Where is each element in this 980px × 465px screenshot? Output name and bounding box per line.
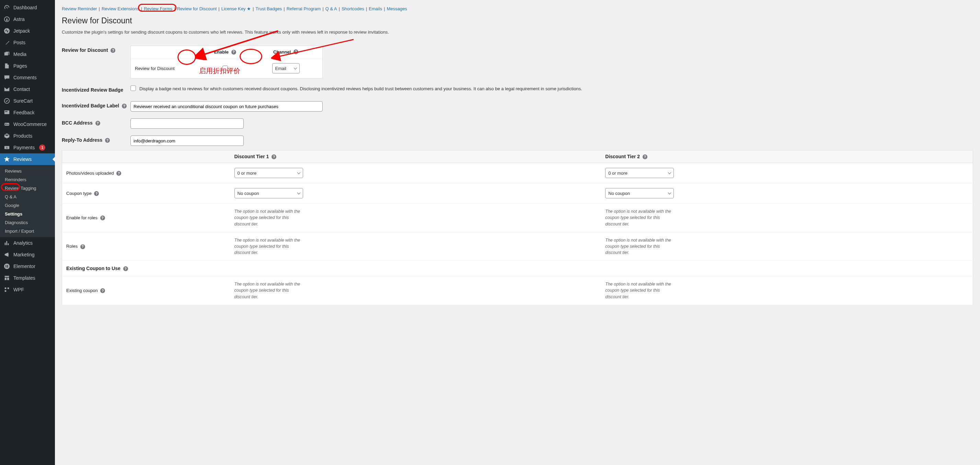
sidebar-item-label: Contact: [13, 86, 30, 92]
help-icon[interactable]: [105, 138, 110, 143]
sidebar-item-label: Marketing: [13, 252, 34, 257]
tab-license-key-[interactable]: License Key ★: [221, 6, 251, 11]
sidebar-item-analytics[interactable]: Analytics: [0, 237, 55, 249]
channel-select[interactable]: Email: [272, 63, 300, 73]
tab-separator: |: [218, 6, 220, 11]
unavailable-text: The option is not available with the cou…: [234, 208, 303, 227]
tab-review-extensions[interactable]: Review Extensions: [102, 6, 139, 11]
field-label-incentivized-badge: Incentivized Review Badge: [62, 82, 130, 98]
help-icon[interactable]: [123, 266, 128, 271]
tab-trust-badges[interactable]: Trust Badges: [256, 6, 282, 11]
box-icon: [3, 132, 10, 139]
help-icon[interactable]: [100, 216, 105, 220]
photos-videos-uploaded-select[interactable]: 0 or more: [605, 168, 674, 178]
coupon-type-select[interactable]: No coupon: [234, 188, 303, 198]
sidebar-item-elementor[interactable]: Elementor: [0, 260, 55, 272]
help-icon[interactable]: [272, 154, 276, 159]
sidebar-item-feedback[interactable]: Feedback: [0, 107, 55, 118]
help-icon[interactable]: [80, 244, 85, 249]
sidebar-item-surecart[interactable]: SureCart: [0, 95, 55, 107]
page-description: Customize the plugin's settings for send…: [62, 30, 973, 35]
sidebar-item-reviews[interactable]: Reviews: [0, 153, 55, 165]
sidebar-item-dashboard[interactable]: Dashboard: [0, 2, 55, 13]
page-title: Review for Discount: [62, 16, 973, 25]
help-icon[interactable]: [111, 48, 115, 53]
unavailable-text: The option is not available with the cou…: [605, 281, 674, 300]
submenu-item-import-export[interactable]: Import / Export: [0, 227, 55, 235]
submenu-item-q-a[interactable]: Q & A: [0, 192, 55, 201]
sidebar-item-wpf[interactable]: WPF: [0, 284, 55, 295]
tier-row-label: Photos/videos uploaded: [62, 163, 230, 183]
tab-separator: |: [322, 6, 323, 11]
reply-to-input[interactable]: [130, 136, 244, 146]
photos-videos-uploaded-select[interactable]: 0 or more: [234, 168, 303, 178]
help-icon[interactable]: [100, 288, 105, 293]
sidebar-item-marketing[interactable]: Marketing: [0, 249, 55, 260]
sidebar-item-label: WPF: [13, 287, 24, 292]
svg-text:Woo: Woo: [5, 123, 9, 125]
tier-row-label: Existing coupon: [62, 276, 230, 305]
help-icon[interactable]: [293, 49, 298, 54]
tab-review-reminder[interactable]: Review Reminder: [62, 6, 97, 11]
tab-messages[interactable]: Messages: [387, 6, 407, 11]
tab-q-a[interactable]: Q & A: [325, 6, 337, 11]
tab-shortcodes[interactable]: Shortcodes: [342, 6, 364, 11]
sidebar-item-comments[interactable]: Comments: [0, 72, 55, 83]
surecart-icon: [3, 97, 10, 104]
channel-header: Channel: [273, 49, 291, 55]
field-label-reply-to: Reply-To Address: [62, 132, 130, 149]
badge-label-input[interactable]: [130, 101, 323, 111]
sidebar-item-woocommerce[interactable]: WooWooCommerce: [0, 118, 55, 130]
dashboard-icon: [3, 4, 10, 11]
field-label-bcc: BCC Address: [62, 115, 130, 132]
coupon-type-select[interactable]: No coupon: [605, 188, 674, 198]
sidebar-item-media[interactable]: Media: [0, 48, 55, 60]
help-icon[interactable]: [643, 154, 648, 159]
sidebar-item-label: SureCart: [13, 98, 33, 104]
sidebar-item-payments[interactable]: $Payments1: [0, 142, 55, 153]
help-icon[interactable]: [94, 191, 99, 196]
bcc-input[interactable]: [130, 118, 244, 129]
incentivized-badge-checkbox[interactable]: [130, 86, 136, 91]
help-icon[interactable]: [116, 171, 121, 176]
sidebar-item-astra[interactable]: Astra: [0, 13, 55, 25]
tab-review-forms[interactable]: Review Forms: [144, 6, 172, 11]
submenu-item-diagnostics[interactable]: Diagnostics: [0, 218, 55, 227]
tab-emails[interactable]: Emails: [369, 6, 382, 11]
sidebar-item-posts[interactable]: Posts: [0, 37, 55, 48]
sidebar-item-label: Posts: [13, 40, 25, 45]
sidebar-item-label: Jetpack: [13, 28, 30, 33]
tab-referral-program[interactable]: Referral Program: [286, 6, 321, 11]
main-content: Review Reminder | Review Extensions | Re…: [55, 0, 980, 315]
templates-icon: [3, 275, 10, 281]
submenu-item-settings[interactable]: Settings: [0, 209, 55, 218]
review-for-discount-row-label: Review for Discount: [135, 66, 197, 71]
submenu-item-reminders[interactable]: Reminders: [0, 175, 55, 184]
pin-icon: [3, 39, 10, 46]
sidebar-item-templates[interactable]: Templates: [0, 272, 55, 284]
media-icon: [3, 51, 10, 58]
enable-header: Enable: [214, 49, 229, 55]
tab-separator: |: [253, 6, 254, 11]
tab-separator: |: [366, 6, 367, 11]
help-icon[interactable]: [231, 50, 236, 55]
svg-rect-4: [5, 111, 8, 112]
sidebar-item-products[interactable]: Products: [0, 130, 55, 142]
marketing-icon: [3, 251, 10, 258]
sidebar-item-jetpack[interactable]: Jetpack: [0, 25, 55, 37]
sidebar-item-pages[interactable]: Pages: [0, 60, 55, 72]
submenu-item-review-tagging[interactable]: Review Tagging: [0, 184, 55, 192]
enable-checkbox[interactable]: [223, 65, 228, 71]
svg-rect-10: [5, 265, 6, 267]
help-icon[interactable]: [95, 121, 100, 125]
sidebar-item-contact[interactable]: Contact: [0, 83, 55, 95]
settings-form: Review for Discount Enable Channel Revie…: [62, 42, 973, 149]
tab-review-for-discount[interactable]: Review for Discount: [177, 6, 217, 11]
tier-row: Coupon type No couponNo coupon: [62, 183, 973, 203]
feedback-icon: [3, 109, 10, 116]
submenu-item-google[interactable]: Google: [0, 201, 55, 209]
tier-section-header: Existing Coupon to Use: [62, 261, 973, 276]
sidebar-item-label: Reviews: [13, 157, 32, 162]
help-icon[interactable]: [122, 104, 127, 108]
submenu-item-reviews[interactable]: Reviews: [0, 167, 55, 175]
